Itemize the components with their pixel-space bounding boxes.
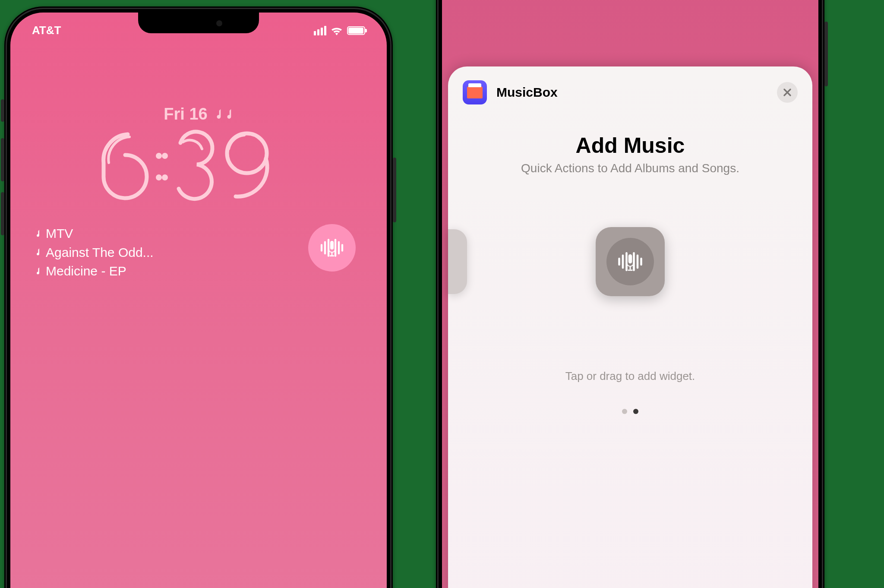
- lock-widget[interactable]: MTV Against The Odd... Medicine - EP: [35, 224, 154, 281]
- sheet-subtitle: Quick Actions to Add Albums and Songs.: [463, 161, 798, 175]
- svg-point-0: [157, 154, 161, 158]
- svg-rect-30: [630, 266, 631, 270]
- close-button[interactable]: [777, 82, 798, 103]
- volume-up-button: [1, 138, 4, 181]
- widget-item-text: MTV: [46, 224, 73, 243]
- svg-point-1: [157, 176, 161, 179]
- widget-preview[interactable]: [596, 227, 665, 296]
- page-dot-active[interactable]: [633, 409, 638, 414]
- side-button: [1, 99, 4, 122]
- volume-down-button: [1, 192, 4, 235]
- widget-item[interactable]: MTV: [35, 224, 154, 243]
- widget-item[interactable]: Medicine - EP: [35, 262, 154, 281]
- carrier-label: AT&T: [32, 24, 61, 37]
- shazam-widget[interactable]: [308, 224, 356, 272]
- prev-widget-peek[interactable]: [448, 229, 467, 294]
- music-note-icon: [35, 229, 41, 238]
- waveform-mic-icon: [616, 247, 645, 276]
- app-name: MusicBox: [496, 85, 558, 100]
- svg-point-2: [163, 154, 167, 158]
- music-note-icon: [35, 248, 41, 256]
- power-button: [824, 22, 828, 86]
- svg-rect-13: [330, 255, 335, 256]
- svg-rect-31: [628, 269, 632, 271]
- page-dots[interactable]: [463, 409, 798, 414]
- notch: [138, 13, 259, 33]
- lock-clock: [10, 124, 387, 208]
- svg-rect-12: [332, 252, 333, 255]
- music-notes-icon: [214, 108, 234, 120]
- music-note-icon: [35, 267, 41, 275]
- widget-item-text: Medicine - EP: [46, 262, 126, 281]
- widget-picker-sheet: MusicBox Add Music Quick Actions to Add …: [448, 66, 812, 588]
- widget-picker-screen: Against The Odd... Medicine - EP: [442, 0, 818, 588]
- waveform-mic-icon: [318, 234, 346, 262]
- widget-item-text: Against The Odd...: [46, 243, 154, 262]
- close-icon: [783, 88, 792, 97]
- iphone-frame-left: AT&T Fri 16: [4, 6, 393, 588]
- iphone-frame-right: Against The Odd... Medicine - EP: [436, 0, 824, 588]
- widget-item[interactable]: Against The Odd...: [35, 243, 154, 262]
- status-right: [314, 24, 365, 37]
- widget-preview-area: [463, 227, 798, 296]
- sheet-title: Add Music: [463, 133, 798, 158]
- power-button: [393, 158, 396, 222]
- lock-screen: AT&T Fri 16: [10, 13, 387, 588]
- page-dot[interactable]: [622, 409, 627, 414]
- lock-date: Fri 16: [10, 105, 387, 123]
- date-text: Fri 16: [164, 105, 207, 123]
- wifi-icon: [331, 26, 343, 35]
- signal-icon: [314, 26, 326, 35]
- sheet-hint: Tap or drag to add widget.: [463, 370, 798, 383]
- lock-screen-wallpaper: AT&T Fri 16: [10, 13, 387, 588]
- wallpaper: Against The Odd... Medicine - EP: [442, 0, 818, 588]
- svg-point-3: [163, 176, 167, 179]
- battery-icon: [347, 26, 365, 35]
- sheet-header: MusicBox: [463, 80, 798, 104]
- svg-rect-29: [628, 254, 632, 263]
- app-icon: [463, 80, 487, 104]
- svg-rect-11: [330, 241, 334, 250]
